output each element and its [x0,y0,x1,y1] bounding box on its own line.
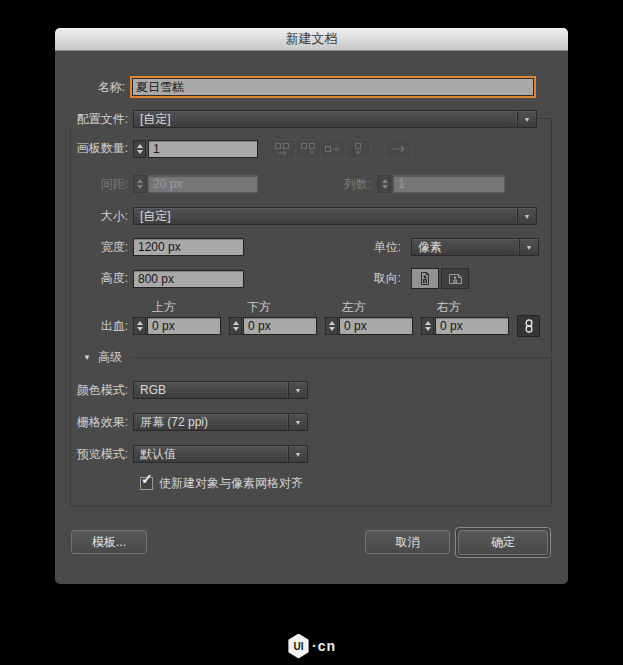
stepper-down-icon [137,185,143,189]
bleed-right-stepper[interactable] [421,317,434,335]
stepper-up-icon[interactable] [329,321,335,325]
stepper-up-icon[interactable] [233,321,239,325]
raster-effects-dropdown-value: 屏幕 (72 ppi) [134,414,288,431]
landscape-page-icon [448,272,463,286]
stepper-down-icon[interactable] [137,150,143,154]
bleed-fields-row: 出血: [55,315,568,337]
size-row: 大小: [自定] ▼ [55,207,568,225]
dialog-title: 新建文档 [286,30,338,48]
triangle-down-icon: ▼ [83,353,91,362]
pixel-grid-row: ✓ 使新建对象与像素网格对齐 [55,476,568,491]
template-button[interactable]: 模板... [71,530,147,554]
bleed-bottom-stepper[interactable] [229,317,242,335]
bleed-left-label: 左方 [342,299,366,316]
bleed-left-stepper[interactable] [325,317,338,335]
profile-dropdown-value: [自定] [134,111,517,128]
size-dropdown-value: [自定] [134,208,517,225]
width-input[interactable] [133,238,244,256]
orientation-label: 取向: [373,270,405,287]
arrange-by-row-icon[interactable] [320,139,346,159]
orientation-portrait-button[interactable] [411,268,439,289]
stepper-up-icon [382,179,388,183]
chevron-down-icon: ▼ [517,111,536,127]
height-label: 高度: [55,270,133,287]
chevron-down-icon: ▼ [288,446,307,462]
color-mode-dropdown[interactable]: RGB ▼ [133,381,308,399]
bleed-bottom-label: 下方 [247,299,271,316]
bleed-top-label: 上方 [152,299,176,316]
grid-by-row-icon[interactable] [270,139,296,159]
size-dropdown[interactable]: [自定] ▼ [133,207,537,225]
bleed-right-label: 右方 [437,299,461,316]
bleed-top-stepper[interactable] [133,317,146,335]
stepper-down-icon[interactable] [425,327,431,331]
check-icon: ✓ [141,471,153,487]
profile-label: 配置文件: [55,111,133,128]
spacing-input [148,175,258,193]
stepper-up-icon[interactable] [137,321,143,325]
ok-button[interactable]: 确定 [458,530,548,555]
bleed-left-input[interactable] [339,317,413,335]
preview-mode-dropdown-value: 默认值 [134,446,288,463]
bleed-label: 出血: [55,318,133,335]
stepper-down-icon[interactable] [233,327,239,331]
advanced-section-header[interactable]: ▼ 高级 [55,350,568,364]
bleed-top-input[interactable] [147,317,221,335]
dialog-titlebar[interactable]: 新建文档 [55,28,568,51]
height-row: 高度: 取向: [55,268,568,289]
portrait-page-icon [418,271,432,286]
spacing-label: 间距: [55,176,133,193]
ok-button-focus-ring: 确定 [455,527,551,558]
name-input[interactable] [130,76,536,98]
stepper-up-icon[interactable] [425,321,431,325]
columns-stepper [378,175,391,193]
spacing-stepper [133,175,146,193]
stepper-up-icon[interactable] [137,144,143,148]
stepper-down-icon[interactable] [329,327,335,331]
name-label: 名称: [55,79,130,96]
stepper-up-icon [137,179,143,183]
stepper-down-icon[interactable] [137,327,143,331]
artboard-count-input[interactable] [148,140,258,158]
arrange-by-column-icon[interactable] [345,139,371,159]
height-input[interactable] [133,270,244,288]
name-row: 名称: [55,75,568,99]
orientation-landscape-button[interactable] [441,268,469,289]
link-bleed-values-button[interactable] [517,315,540,337]
unit-dropdown[interactable]: 像素 ▼ [411,238,539,256]
chevron-down-icon: ▼ [288,414,307,430]
columns-label: 列数: [343,176,375,193]
preview-mode-row: 预览模式: 默认值 ▼ [55,445,568,463]
align-pixel-grid-label: 使新建对象与像素网格对齐 [159,475,303,492]
color-mode-dropdown-value: RGB [134,383,288,397]
profile-dropdown[interactable]: [自定] ▼ [133,110,537,128]
ui-cn-hexagon-text: UI [294,641,304,652]
cancel-button[interactable]: 取消 [365,530,450,554]
bleed-labels-row: 上方 下方 左方 右方 [55,299,568,312]
artboard-count-label: 画板数量: [55,140,133,157]
screen: { "window": { "title": "新建文档" }, "dialog… [0,0,623,665]
artboard-count-row: 画板数量: [55,138,568,159]
bleed-bottom-input[interactable] [243,317,317,335]
ui-cn-logo: UI ·cn [0,633,623,659]
raster-effects-dropdown[interactable]: 屏幕 (72 ppi) ▼ [133,413,308,431]
advanced-divider [131,357,552,358]
unit-label: 单位: [373,239,405,256]
artboard-count-stepper[interactable] [133,140,146,158]
columns-input [393,175,505,193]
ui-cn-logo-suffix: ·cn [312,638,336,654]
stepper-down-icon [382,185,388,189]
raster-effects-label: 栅格效果: [55,414,133,431]
chain-link-icon [524,319,534,333]
flow-direction-button[interactable] [385,139,412,159]
bleed-right-input[interactable] [435,317,509,335]
preview-mode-label: 预览模式: [55,446,133,463]
grid-by-column-icon[interactable] [295,139,321,159]
unit-dropdown-value: 像素 [412,239,519,256]
new-document-dialog: 新建文档 名称: 配置文件: [自定] ▼ 画板数量: [55,28,568,584]
size-label: 大小: [55,208,133,225]
align-pixel-grid-checkbox[interactable]: ✓ [140,477,153,490]
width-label: 宽度: [55,239,133,256]
raster-effects-row: 栅格效果: 屏幕 (72 ppi) ▼ [55,413,568,431]
preview-mode-dropdown[interactable]: 默认值 ▼ [133,445,308,463]
